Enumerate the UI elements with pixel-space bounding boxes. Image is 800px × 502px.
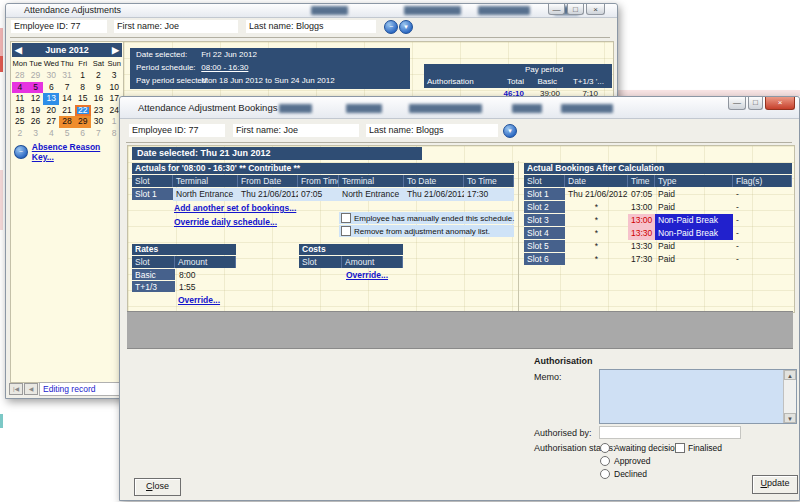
calendar-day[interactable]: 11 bbox=[12, 93, 28, 105]
calendar-day[interactable]: 2 bbox=[91, 70, 107, 82]
absence-key-icon[interactable]: − bbox=[14, 145, 28, 159]
calendar-day[interactable]: 9 bbox=[91, 82, 107, 94]
calendar-day[interactable]: 30 bbox=[91, 116, 107, 128]
auth-radio-option[interactable]: Approved bbox=[600, 454, 680, 467]
auth-radio-option[interactable]: Awaiting decision bbox=[600, 441, 680, 454]
calendar-day[interactable]: 16 bbox=[91, 93, 107, 105]
bookings-row[interactable]: Slot 6*17:30Paid- bbox=[524, 253, 792, 266]
last-name-field[interactable]: Last name: Bloggs bbox=[246, 20, 376, 33]
bg-window-titlebar[interactable]: Attendance Adjustments bbox=[6, 4, 617, 18]
calendar-day[interactable]: 29 bbox=[75, 116, 91, 128]
calendar-day[interactable]: 31 bbox=[59, 70, 75, 82]
maximize-button[interactable]: □ bbox=[748, 97, 763, 110]
calendar-day[interactable]: 28 bbox=[12, 70, 28, 82]
last-name-field[interactable]: Last name: Bloggs bbox=[366, 124, 498, 137]
nav-prev-button[interactable]: ◀ bbox=[24, 383, 38, 395]
calendar-day[interactable]: 25 bbox=[12, 116, 28, 128]
calendar-day[interactable]: 18 bbox=[12, 105, 28, 117]
bookings-col-header: Date bbox=[565, 175, 628, 187]
pay-period-value: Mon 18 Jun 2012 to Sun 24 Jun 2012 bbox=[201, 76, 334, 85]
calendar-day[interactable]: 13 bbox=[43, 93, 59, 105]
calendar-day[interactable]: 1 bbox=[75, 70, 91, 82]
absence-reason-key-link[interactable]: Absence Reason Key... bbox=[32, 142, 123, 162]
calendar-day[interactable]: 4 bbox=[43, 128, 59, 140]
calendar-day[interactable]: 20 bbox=[43, 105, 59, 117]
minimize-button[interactable]: — bbox=[548, 4, 565, 15]
calendar-day[interactable]: 6 bbox=[43, 82, 59, 94]
calendar-day[interactable]: 7 bbox=[91, 128, 107, 140]
auth-radio-option[interactable]: Declined bbox=[600, 467, 680, 480]
add-bookings-link[interactable]: Add another set of bookings... bbox=[174, 203, 296, 213]
calendar-day[interactable]: 19 bbox=[28, 105, 44, 117]
radio-icon[interactable] bbox=[600, 469, 610, 479]
employee-id-field[interactable]: Employee ID: 77 bbox=[11, 20, 107, 33]
bookings-row[interactable]: Slot 1Thu 21/06/201207:05Paid- bbox=[524, 188, 792, 201]
remove-anomaly-checkbox-row[interactable]: Remove from adjustment anomaly list. bbox=[339, 225, 514, 237]
desktop-artifact bbox=[0, 414, 3, 428]
calendar-day[interactable]: 2 bbox=[12, 128, 28, 140]
calendar-day[interactable]: 4 bbox=[12, 82, 28, 94]
calendar-day[interactable]: 8 bbox=[75, 82, 91, 94]
fg-window-titlebar[interactable]: Attendance Adjustment Bookings bbox=[120, 97, 799, 119]
first-name-field[interactable]: First name: Joe bbox=[233, 124, 359, 137]
first-name-field[interactable]: First name: Joe bbox=[114, 20, 238, 33]
checkbox-icon[interactable] bbox=[675, 443, 685, 453]
calendar-day[interactable]: 22 bbox=[75, 105, 91, 117]
calendar-next-icon[interactable]: ▶ bbox=[112, 43, 119, 57]
memo-textarea[interactable]: ▲ ▼ bbox=[599, 369, 797, 424]
radio-icon[interactable] bbox=[600, 456, 610, 466]
close-action-button[interactable]: Close bbox=[134, 478, 181, 496]
jump-down-icon[interactable]: ▼ bbox=[399, 20, 413, 34]
bookings-row[interactable]: Slot 5*13:30Paid- bbox=[524, 240, 792, 253]
scroll-down-icon[interactable]: ▼ bbox=[784, 413, 796, 423]
bookings-row[interactable]: Slot 4*13:30Non-Paid Break- bbox=[524, 227, 792, 240]
calendar-day[interactable]: 23 bbox=[91, 105, 107, 117]
actuals-data-row[interactable]: Slot 1North EntranceThu 21/06/201207:05N… bbox=[132, 188, 514, 201]
rates-slot-header: Slot bbox=[132, 256, 175, 268]
bookings-date-cell: * bbox=[565, 214, 628, 227]
update-button[interactable]: Update bbox=[752, 475, 798, 494]
memo-scrollbar[interactable]: ▲ ▼ bbox=[783, 370, 796, 423]
calendar-day[interactable]: 5 bbox=[28, 82, 44, 94]
override-schedule-link[interactable]: Override daily schedule... bbox=[174, 217, 277, 227]
calendar-day[interactable]: 7 bbox=[59, 82, 75, 94]
calendar-day[interactable]: 5 bbox=[59, 128, 75, 140]
close-button[interactable]: × bbox=[586, 4, 605, 15]
authorised-by-input[interactable] bbox=[599, 426, 741, 439]
calendar-day[interactable]: 6 bbox=[75, 128, 91, 140]
absence-key-row: − Absence Reason Key... bbox=[14, 142, 123, 162]
checkbox-icon[interactable] bbox=[341, 226, 351, 236]
calendar-day[interactable]: 28 bbox=[59, 116, 75, 128]
nav-first-button[interactable]: |◀ bbox=[9, 383, 23, 395]
maximize-button[interactable]: □ bbox=[567, 4, 584, 15]
radio-icon[interactable] bbox=[600, 443, 610, 453]
bookings-row[interactable]: Slot 2*13:00Paid- bbox=[524, 201, 792, 214]
rates-amount-cell: 1:55 bbox=[175, 281, 236, 293]
calendar-day[interactable]: 14 bbox=[59, 93, 75, 105]
close-button[interactable]: × bbox=[765, 97, 795, 110]
calendar-day[interactable]: 21 bbox=[59, 105, 75, 117]
checkbox-icon[interactable] bbox=[341, 213, 351, 223]
jump-down-icon[interactable]: ▼ bbox=[503, 124, 517, 138]
scroll-up-icon[interactable]: ▲ bbox=[784, 370, 796, 380]
costs-override-link[interactable]: Override... bbox=[346, 270, 388, 280]
blurred-menu-item bbox=[404, 6, 461, 15]
rates-override-link[interactable]: Override... bbox=[178, 295, 220, 305]
calendar-prev-icon[interactable]: ◀ bbox=[15, 43, 22, 57]
period-schedule-link[interactable]: 08:00 - 16:30 bbox=[201, 63, 248, 72]
employee-id-field[interactable]: Employee ID: 77 bbox=[129, 124, 225, 137]
calendar-day[interactable]: 27 bbox=[43, 116, 59, 128]
calendar-day[interactable]: 30 bbox=[43, 70, 59, 82]
calendar-day[interactable]: 12 bbox=[28, 93, 44, 105]
manually-ended-checkbox-row[interactable]: Employee has manually ended this schedul… bbox=[339, 212, 514, 224]
bookings-row[interactable]: Slot 3*13:00Non-Paid Break- bbox=[524, 214, 792, 227]
calendar-day[interactable]: 26 bbox=[28, 116, 44, 128]
calendar-day[interactable]: 29 bbox=[28, 70, 44, 82]
calendar-day[interactable]: 3 bbox=[106, 70, 122, 82]
calendar-day[interactable]: 15 bbox=[75, 93, 91, 105]
calendar-day[interactable]: 10 bbox=[106, 82, 122, 94]
calendar-day[interactable]: 3 bbox=[28, 128, 44, 140]
finalised-checkbox-row[interactable]: Finalised bbox=[675, 441, 722, 454]
minimize-button[interactable]: — bbox=[728, 97, 746, 110]
collapse-icon[interactable]: − bbox=[384, 20, 398, 34]
